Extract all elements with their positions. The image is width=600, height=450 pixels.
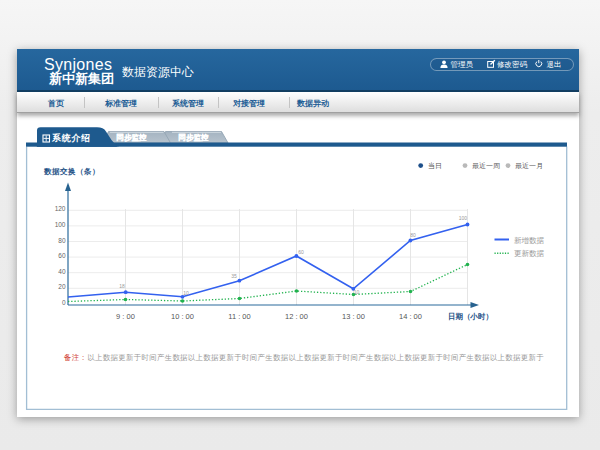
svg-text:60: 60 [58,252,66,259]
svg-text:10: 10 [183,290,189,296]
svg-text:12 : 00: 12 : 00 [285,312,308,321]
svg-text:10 : 00: 10 : 00 [171,312,194,321]
svg-text:11 : 00: 11 : 00 [228,312,250,321]
svg-text:同步监控: 同步监控 [117,133,148,142]
svg-text:120: 120 [55,205,66,212]
svg-text:同步监控: 同步监控 [179,133,210,142]
svg-text:80: 80 [58,237,66,244]
svg-text:100: 100 [459,215,468,221]
svg-text:20: 20 [58,283,66,290]
svg-text:35: 35 [231,273,237,279]
svg-text:0: 0 [62,299,66,306]
svg-text:13 : 00: 13 : 00 [342,312,365,321]
svg-text:80: 80 [410,232,416,238]
svg-text:18: 18 [119,283,125,289]
svg-text:100: 100 [55,221,66,228]
svg-text:40: 40 [58,268,66,275]
svg-text:日期（小时）: 日期（小时） [448,312,493,321]
svg-text:14 : 00: 14 : 00 [399,312,422,321]
svg-text:系统介绍: 系统介绍 [51,133,91,143]
svg-text:9 : 00: 9 : 00 [116,312,135,321]
svg-text:60: 60 [298,249,304,255]
svg-text:10: 10 [354,289,360,295]
